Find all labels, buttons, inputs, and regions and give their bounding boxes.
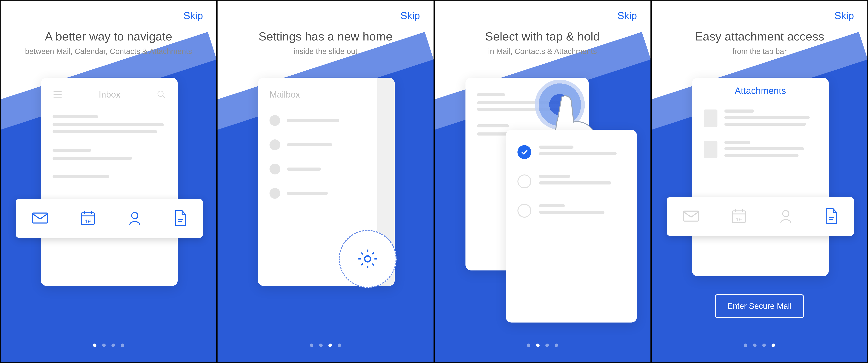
- page-dots: [652, 343, 867, 347]
- mock-selection-card: [506, 130, 637, 323]
- list-item: [270, 139, 383, 150]
- document-icon: [174, 210, 187, 226]
- subtitle: inside the slide out: [218, 47, 433, 56]
- subtitle: in Mail, Contacts & Attachments: [435, 47, 650, 56]
- file-image-icon: [704, 141, 717, 158]
- list-item: [518, 204, 625, 218]
- mock-screen-title: Mailbox: [270, 89, 383, 100]
- unselected-circle-icon: [518, 204, 531, 218]
- onboarding-screen-2: Skip Settings has a new home inside the …: [217, 0, 434, 363]
- selected-check-icon: [518, 145, 531, 159]
- tab-calendar[interactable]: 19: [731, 208, 747, 225]
- list-item: [270, 188, 383, 199]
- subtitle: from the tab bar: [652, 47, 867, 56]
- list-item: [270, 115, 383, 126]
- tab-contacts[interactable]: [127, 210, 143, 226]
- calendar-day: 19: [731, 217, 747, 223]
- mail-icon: [683, 210, 700, 223]
- document-icon: [825, 208, 838, 224]
- contacts-icon: [127, 210, 143, 226]
- title: Easy attachment access: [652, 29, 867, 43]
- tab-contacts[interactable]: [778, 208, 794, 225]
- onboarding-screen-1: Skip A better way to navigate between Ma…: [0, 0, 217, 363]
- skip-button[interactable]: Skip: [618, 10, 637, 21]
- mock-inbox-card: Inbox: [41, 78, 178, 286]
- list-item: [518, 174, 625, 188]
- mail-icon: [32, 211, 48, 225]
- headline: A better way to navigate between Mail, C…: [1, 29, 216, 56]
- file-pdf-icon: [704, 110, 717, 127]
- list-item-selected: [518, 145, 625, 159]
- skip-button[interactable]: Skip: [835, 10, 854, 21]
- search-icon: [156, 90, 166, 99]
- title: Select with tap & hold: [435, 29, 650, 43]
- mock-screen-title: Inbox: [99, 89, 121, 100]
- unselected-circle-icon: [518, 174, 531, 188]
- gear-icon: [357, 248, 378, 270]
- contacts-icon: [778, 208, 794, 224]
- onboarding-screen-4: Skip Easy attachment access from the tab…: [651, 0, 868, 363]
- calendar-day: 19: [80, 218, 95, 225]
- mock-attachments-card: Attachments: [692, 78, 829, 276]
- page-dots: [218, 343, 433, 347]
- settings-gear-highlight: [339, 230, 397, 288]
- enter-secure-mail-button[interactable]: Enter Secure Mail: [715, 294, 804, 318]
- page-dots: [435, 343, 650, 347]
- list-item: [270, 164, 383, 174]
- menu-icon: [53, 90, 63, 99]
- onboarding-screen-3: Skip Select with tap & hold in Mail, Con…: [434, 0, 651, 363]
- page-dots: [1, 343, 216, 347]
- tab-bar: 19: [16, 199, 203, 238]
- tab-mail[interactable]: [32, 211, 48, 226]
- title: A better way to navigate: [1, 29, 216, 43]
- tab-calendar[interactable]: 19: [80, 210, 95, 226]
- tab-bar: 19: [667, 197, 854, 236]
- tab-attachments[interactable]: [825, 208, 838, 225]
- subtitle: between Mail, Calendar, Contacts & Attac…: [1, 47, 216, 56]
- skip-button[interactable]: Skip: [183, 10, 203, 21]
- skip-button[interactable]: Skip: [400, 10, 420, 21]
- headline: Settings has a new home inside the slide…: [218, 29, 433, 56]
- headline: Easy attachment access from the tab bar: [652, 29, 867, 56]
- attachment-row: [704, 141, 817, 160]
- title: Settings has a new home: [218, 29, 433, 43]
- tab-attachments[interactable]: [174, 210, 187, 227]
- mock-screen-title: Attachments: [692, 78, 829, 96]
- headline: Select with tap & hold in Mail, Contacts…: [435, 29, 650, 56]
- tab-mail[interactable]: [683, 210, 700, 224]
- attachment-row: [704, 110, 817, 129]
